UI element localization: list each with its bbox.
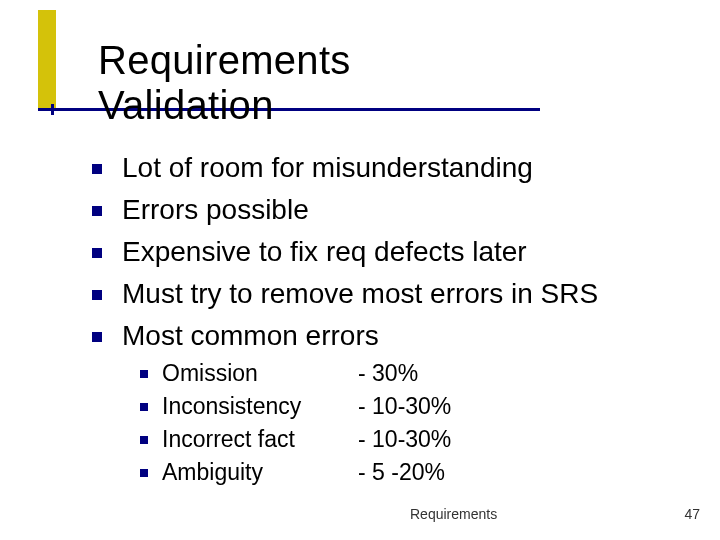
list-item: Omission - 30% — [140, 358, 451, 389]
square-bullet-icon — [140, 436, 148, 444]
error-type-value: - 5 -20% — [358, 457, 445, 488]
footer-page-number: 47 — [684, 506, 700, 522]
list-item: Errors possible — [92, 191, 598, 229]
square-bullet-icon — [140, 403, 148, 411]
bullet-text: Expensive to fix req defects later — [122, 233, 527, 271]
bullet-text: Most common errors — [122, 317, 379, 355]
error-type-value: - 10-30% — [358, 391, 451, 422]
error-type-label: Omission — [162, 358, 358, 389]
square-bullet-icon — [92, 332, 102, 342]
level2-bullet-list: Omission - 30% Inconsistency - 10-30% In… — [140, 358, 451, 490]
error-type-label: Incorrect fact — [162, 424, 358, 455]
list-item: Expensive to fix req defects later — [92, 233, 598, 271]
error-type-value: - 30% — [358, 358, 418, 389]
list-item: Most common errors — [92, 317, 598, 355]
title-accent-bar — [38, 10, 56, 108]
error-type-label: Ambiguity — [162, 457, 358, 488]
slide: Requirements Validation Lot of room for … — [0, 0, 720, 540]
bullet-text: Must try to remove most errors in SRS — [122, 275, 598, 313]
list-item: Ambiguity - 5 -20% — [140, 457, 451, 488]
bullet-text: Lot of room for misunderstanding — [122, 149, 533, 187]
list-item: Inconsistency - 10-30% — [140, 391, 451, 422]
square-bullet-icon — [140, 469, 148, 477]
square-bullet-icon — [140, 370, 148, 378]
error-type-label: Inconsistency — [162, 391, 358, 422]
slide-title: Requirements Validation — [98, 38, 351, 128]
error-type-value: - 10-30% — [358, 424, 451, 455]
level1-bullet-list: Lot of room for misunderstanding Errors … — [92, 149, 598, 359]
square-bullet-icon — [92, 206, 102, 216]
list-item: Lot of room for misunderstanding — [92, 149, 598, 187]
square-bullet-icon — [92, 290, 102, 300]
list-item: Incorrect fact - 10-30% — [140, 424, 451, 455]
list-item: Must try to remove most errors in SRS — [92, 275, 598, 313]
square-bullet-icon — [92, 164, 102, 174]
bullet-text: Errors possible — [122, 191, 309, 229]
footer-label: Requirements — [410, 506, 497, 522]
square-bullet-icon — [92, 248, 102, 258]
